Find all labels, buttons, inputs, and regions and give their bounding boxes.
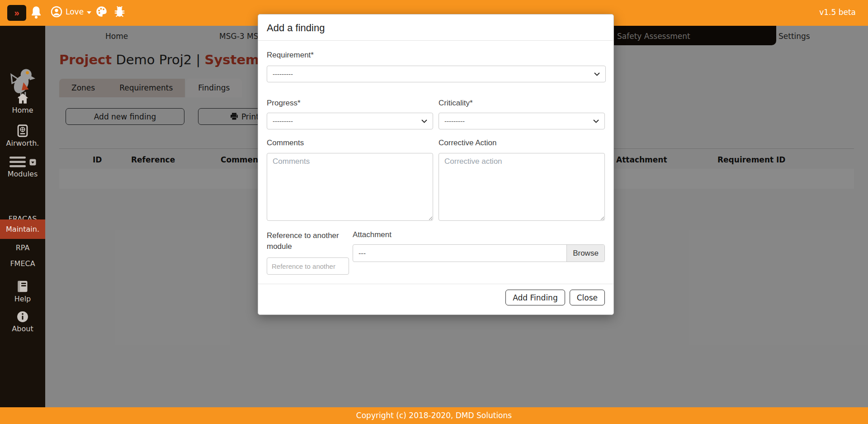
sidebar-item-home[interactable]: Home — [0, 93, 45, 114]
sidebar-item-label: Maintain. — [6, 225, 39, 233]
chevron-down-icon — [594, 72, 600, 76]
sidebar-item-help[interactable]: Help — [0, 280, 45, 303]
sidebar-item-label: FMECA — [0, 259, 45, 268]
comments-label: Comments — [267, 138, 433, 148]
sidebar-item-label: RPA — [0, 243, 45, 252]
modal-footer: Add Finding Close — [258, 284, 613, 314]
browse-button[interactable]: Browse — [566, 245, 604, 262]
sidebar: Home Airworth. Modules FRACAS FTA Mainta… — [0, 26, 45, 407]
sidebar-item-label: Help — [0, 295, 45, 303]
sidebar-item-label: Home — [0, 106, 45, 114]
notifications-bell-icon[interactable] — [30, 6, 42, 21]
debug-bug-icon[interactable] — [113, 5, 126, 19]
page-footer: Copyright (c) 2018-2020, DMD Solutions — [0, 407, 868, 424]
passport-globe-icon — [17, 124, 28, 137]
chevron-down-icon — [421, 119, 427, 123]
sidebar-item-rpa[interactable]: RPA — [0, 243, 45, 252]
user-name-label: Love — [66, 7, 84, 16]
criticality-label: Criticality* — [439, 99, 605, 108]
theme-palette-icon[interactable] — [95, 5, 108, 19]
attachment-label: Attachment — [353, 230, 605, 239]
sidebar-item-airworthiness[interactable]: Airworth. — [0, 124, 45, 148]
sidebar-item-fmeca[interactable]: FMECA — [0, 259, 45, 268]
info-circle-icon — [17, 311, 28, 323]
add-finding-modal: Add a finding Requirement* --------- Pro… — [258, 14, 614, 315]
help-book-icon — [17, 280, 28, 293]
criticality-select[interactable]: --------- — [439, 113, 605, 129]
comments-textarea[interactable] — [267, 153, 433, 221]
close-button[interactable]: Close — [570, 290, 605, 305]
sidebar-item-maintain-active[interactable]: Maintain. — [0, 219, 45, 239]
sidebar-toggle-button[interactable]: » — [7, 5, 26, 21]
add-finding-button[interactable]: Add Finding — [505, 290, 565, 305]
requirement-label: Requirement* — [267, 51, 605, 60]
corrective-action-textarea[interactable] — [439, 153, 605, 221]
reference-module-label: Reference to another module — [267, 230, 348, 252]
app-version-label: v1.5 beta — [819, 8, 856, 17]
app-screen: » Love v1.5 beta — [0, 0, 868, 424]
progress-select-value: --------- — [273, 117, 293, 125]
corrective-action-label: Corrective Action — [439, 138, 605, 148]
home-icon — [17, 93, 29, 104]
double-chevron-icon: » — [14, 8, 19, 18]
modal-body: Requirement* --------- Progress* -------… — [258, 41, 613, 284]
hamburger-menu-icon — [9, 156, 26, 168]
requirement-select[interactable]: --------- — [267, 66, 606, 82]
criticality-select-value: --------- — [444, 117, 465, 125]
progress-label: Progress* — [267, 99, 433, 108]
sidebar-item-label: Modules — [0, 170, 45, 178]
sidebar-item-about[interactable]: About — [0, 311, 45, 333]
sidebar-item-label: Airworth. — [0, 139, 45, 148]
caret-down-icon — [87, 11, 91, 14]
modal-title: Add a finding — [267, 22, 605, 34]
user-menu[interactable]: Love — [51, 6, 91, 18]
reference-module-input[interactable] — [267, 257, 349, 275]
dropdown-box-icon — [29, 159, 36, 166]
modal-header: Add a finding — [258, 14, 613, 41]
attachment-file-input[interactable]: --- Browse — [353, 244, 605, 262]
sidebar-item-modules[interactable]: Modules — [0, 156, 45, 178]
progress-select[interactable]: --------- — [267, 113, 433, 129]
requirement-select-value: --------- — [273, 70, 293, 78]
user-avatar-icon — [51, 6, 62, 18]
sidebar-item-label: About — [0, 324, 45, 333]
chevron-down-icon — [593, 119, 599, 123]
attachment-file-value: --- — [353, 249, 566, 257]
copyright-label: Copyright (c) 2018-2020, DMD Solutions — [356, 411, 512, 420]
